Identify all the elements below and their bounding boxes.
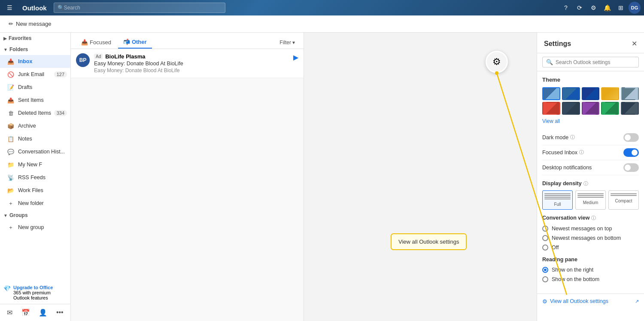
- conv-option-newest-bottom[interactable]: Newest messages on bottom: [542, 233, 639, 243]
- sidebar-item-rss[interactable]: 📡 RSS Feeds: [0, 171, 70, 184]
- email-avatar: BP: [76, 53, 90, 67]
- email-header-row: Ad BioLife Plasma: [94, 53, 289, 60]
- radio-off: [542, 245, 548, 251]
- focused-inbox-slider: [623, 148, 639, 157]
- density-compact-lines: [611, 193, 637, 196]
- sidebar-item-newgroup[interactable]: + New group: [0, 221, 70, 234]
- new-group-icon: +: [7, 223, 15, 231]
- sidebar-item-mynewf[interactable]: 📁 My New F: [0, 158, 70, 171]
- conv-option-off[interactable]: Off: [542, 243, 639, 252]
- email-item[interactable]: BP Ad BioLife Plasma Easy Money: Donate …: [71, 49, 304, 78]
- focused-inbox-toggle[interactable]: [623, 148, 639, 157]
- theme-swatch-5[interactable]: [621, 87, 639, 100]
- theme-swatch-3[interactable]: [582, 87, 600, 100]
- feedback-icon[interactable]: ⟳: [574, 2, 586, 14]
- theme-swatch-4[interactable]: [601, 87, 619, 100]
- view-all-settings-label: View all Outlook settings: [550, 298, 608, 304]
- focused-inbox-info-icon[interactable]: ⓘ: [579, 149, 584, 156]
- sidebar-item-newfolder[interactable]: + New folder: [0, 197, 70, 210]
- line1: [544, 193, 571, 194]
- avatar[interactable]: DG: [629, 2, 641, 14]
- density-compact-label: Compact: [615, 199, 632, 203]
- theme-swatch-9[interactable]: [601, 102, 619, 115]
- density-medium-label: Medium: [583, 200, 598, 205]
- line2: [544, 195, 571, 196]
- reading-option-bottom[interactable]: Show on the bottom: [542, 275, 639, 284]
- tab-focused[interactable]: 📥 Focused: [76, 37, 116, 48]
- gear-overlay-icon[interactable]: ⚙: [486, 51, 508, 73]
- density-medium-lines: [577, 193, 604, 198]
- settings-icon[interactable]: ⚙: [587, 2, 599, 14]
- desktop-notif-toggle[interactable]: [623, 163, 639, 172]
- sidebar-item-drafts[interactable]: 📝 Drafts: [0, 81, 70, 94]
- settings-close-button[interactable]: ✕: [632, 40, 637, 48]
- density-medium[interactable]: Medium: [575, 190, 606, 210]
- line4: [544, 199, 571, 199]
- settings-search-input[interactable]: [556, 59, 635, 65]
- view-all-themes-link[interactable]: View all: [542, 118, 639, 124]
- conv-newest-bottom-label: Newest messages on bottom: [552, 235, 621, 241]
- mail-bottom-icon[interactable]: ✉: [5, 307, 14, 318]
- sidebar-item-workfiles[interactable]: 📂 Work Files: [0, 184, 70, 197]
- settings-content: Theme View all Dark mode ⓘ Focused In: [537, 71, 644, 293]
- callout-bubble: View all Outlook settings: [391, 233, 467, 250]
- more-bottom-icon[interactable]: •••: [55, 307, 65, 318]
- theme-swatch-6[interactable]: [542, 102, 560, 115]
- main-layout: ▶ Favorites ▼ Folders 📥 Inbox 🚫 Junk Ema…: [0, 33, 644, 321]
- calendar-bottom-icon[interactable]: 📅: [20, 307, 32, 318]
- sidebar-item-archive[interactable]: 📦 Archive: [0, 119, 70, 132]
- sidebar-favorites-header[interactable]: ▶ Favorites: [0, 33, 70, 44]
- notification-icon[interactable]: 🔔: [601, 2, 613, 14]
- search-input[interactable]: [64, 5, 222, 11]
- email-pane: 📥 Focused 📬 Other Filter ▾ BP Ad BioLife…: [71, 33, 304, 321]
- upgrade-subtitle: 365 with premium: [13, 290, 53, 295]
- hamburger-icon[interactable]: ☰: [3, 2, 15, 14]
- compose-icon: ✏: [9, 21, 13, 27]
- drafts-icon: 📝: [7, 83, 15, 91]
- density-full[interactable]: Full: [542, 190, 573, 210]
- theme-swatch-1[interactable]: [542, 87, 560, 100]
- sidebar-item-convhist[interactable]: 💬 Conversation Hist...: [0, 145, 70, 158]
- theme-swatch-2[interactable]: [562, 87, 580, 100]
- top-search-box[interactable]: 🔍: [54, 3, 225, 13]
- sidebar-groups-header[interactable]: ▼ Groups: [0, 210, 70, 221]
- help-icon[interactable]: ?: [560, 2, 572, 14]
- conv-info-icon[interactable]: ⓘ: [591, 215, 596, 221]
- sidebar: ▶ Favorites ▼ Folders 📥 Inbox 🚫 Junk Ema…: [0, 33, 71, 321]
- junk-icon: 🚫: [7, 70, 15, 78]
- search-icon: 🔍: [58, 5, 64, 11]
- new-message-bar: ✏ New message: [0, 15, 644, 33]
- theme-swatch-10[interactable]: [621, 102, 639, 115]
- reading-pane-area: [304, 33, 537, 321]
- theme-grid: [542, 87, 639, 115]
- conv-view-label-wrap: Conversation view ⓘ: [542, 215, 639, 221]
- settings-panel: Settings ✕ 🔍 Theme View all Dark mode ⓘ: [537, 33, 644, 321]
- reading-option-right[interactable]: Show on the right: [542, 265, 639, 275]
- line2: [611, 195, 637, 196]
- view-all-settings-link[interactable]: ⚙ View all Outlook settings ↗: [537, 293, 644, 309]
- conv-option-newest-top[interactable]: Newest messages on top: [542, 224, 639, 233]
- people-bottom-icon[interactable]: 👤: [37, 307, 49, 318]
- density-info-icon[interactable]: ⓘ: [583, 180, 588, 187]
- sidebar-folders-header[interactable]: ▼ Folders: [0, 44, 70, 55]
- upgrade-box[interactable]: 💎 Upgrade to Office 365 with premium Out…: [0, 281, 70, 304]
- filter-button[interactable]: Filter ▾: [276, 38, 298, 47]
- upgrade-title: Upgrade to Office: [13, 285, 53, 290]
- theme-swatch-8[interactable]: [582, 102, 600, 115]
- sidebar-item-notes[interactable]: 📋 Notes: [0, 132, 70, 145]
- settings-search-box[interactable]: 🔍: [542, 57, 639, 67]
- dark-mode-info-icon[interactable]: ⓘ: [570, 134, 575, 141]
- reading-pane-label-wrap: Reading pane: [542, 257, 639, 263]
- sidebar-item-junk[interactable]: 🚫 Junk Email 127: [0, 68, 70, 81]
- new-message-button[interactable]: ✏ New message: [5, 19, 55, 29]
- sidebar-item-deleted[interactable]: 🗑 Deleted Items 334: [0, 107, 70, 119]
- email-sender: BioLife Plasma: [105, 53, 145, 60]
- sidebar-item-inbox[interactable]: 📥 Inbox: [0, 55, 70, 68]
- sidebar-item-sent[interactable]: 📤 Sent Items: [0, 94, 70, 107]
- tab-other[interactable]: 📬 Other: [118, 36, 152, 49]
- apps-icon[interactable]: ⊞: [615, 2, 627, 14]
- notes-icon: 📋: [7, 135, 15, 143]
- density-compact[interactable]: Compact: [608, 190, 639, 210]
- theme-swatch-7[interactable]: [562, 102, 580, 115]
- dark-mode-toggle[interactable]: [623, 133, 639, 142]
